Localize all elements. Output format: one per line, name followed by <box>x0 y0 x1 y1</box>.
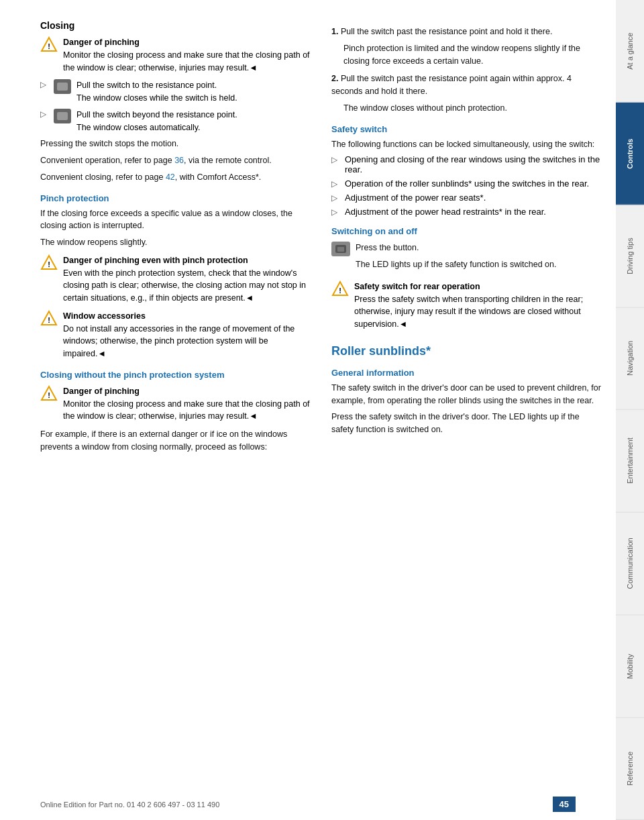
danger-icon-3: ! <box>40 310 58 327</box>
warning-title-3: Window accessories <box>63 311 146 321</box>
switch-inner-1 <box>57 83 68 91</box>
safety-bullet-3: ▷ Adjustment of the power rear seats*. <box>331 193 602 203</box>
svg-text:!: ! <box>339 287 341 295</box>
link-42[interactable]: 42 <box>166 172 175 182</box>
sidebar-item-at-a-glance[interactable]: At a glance <box>616 0 644 103</box>
step-1-sub: Pinch protection is limited and the wind… <box>331 42 602 68</box>
svg-text:!: ! <box>48 316 50 324</box>
safety-b1: Opening and closing of the rear windows … <box>345 154 602 174</box>
svg-text:!: ! <box>48 391 50 399</box>
bullet-arrow-s4: ▷ <box>331 207 339 217</box>
button-led <box>337 247 344 252</box>
link-36[interactable]: 36 <box>174 156 184 165</box>
switching-text: Press the button. The LED lights up if t… <box>356 242 556 275</box>
page-footer: Online Edition for Part no. 01 40 2 606 … <box>0 797 616 812</box>
closing-title: Closing <box>40 20 311 31</box>
step-2-num: 2. <box>331 74 338 83</box>
bullet-arrow-1: ▷ <box>40 80 48 89</box>
svg-text:!: ! <box>48 260 50 268</box>
sidebar-item-controls[interactable]: Controls <box>616 103 644 205</box>
sidebar-item-reference[interactable]: Reference <box>616 717 644 820</box>
sidebar-item-mobility[interactable]: Mobility <box>616 615 644 718</box>
warning-title-4: Danger of pinching <box>63 387 140 396</box>
bullet-content-1: Pull the switch to the resistance point.… <box>76 79 237 105</box>
safety-b3: Adjustment of the power rear seats*. <box>345 193 486 203</box>
convenient-2: Convenient closing, refer to page 42, wi… <box>40 171 311 184</box>
sidebar-item-communication[interactable]: Communication <box>616 513 644 615</box>
general-p2: Press the safety switch in the driver's … <box>331 411 602 436</box>
button-inner <box>335 245 346 253</box>
bullet-arrow-s1: ▷ <box>331 155 339 164</box>
safety-bullet-2: ▷ Operation of the roller sunblinds* usi… <box>331 178 602 189</box>
footer-text: Online Edition for Part no. 01 40 2 606 … <box>40 801 219 809</box>
convenient-1: Convenient operation, refer to page 36, … <box>40 154 311 167</box>
warning-body-1: Monitor the closing process and make sur… <box>63 50 310 72</box>
main-content: Closing ! Danger of pinching Monitor the… <box>0 0 616 820</box>
warning-body-4: Monitor the closing process and make sur… <box>63 399 310 421</box>
warning-box-2: ! Danger of pinching even with pinch pro… <box>40 254 311 305</box>
safety-p1: The following functions can be locked si… <box>331 138 602 151</box>
switching-p2: The LED lights up if the safety function… <box>356 258 556 271</box>
switching-p1: Press the button. <box>356 242 556 254</box>
warning-body-2: Even with the pinch protection system, c… <box>63 268 306 303</box>
danger-icon-1: ! <box>40 36 58 54</box>
warning-title-5: Safety switch for rear operation <box>354 282 480 291</box>
switch-icon-2 <box>54 109 71 123</box>
step-2-text: 2. Pull the switch past the resistance p… <box>331 72 602 98</box>
danger-icon-4: ! <box>40 385 58 403</box>
bullet-arrow-s3: ▷ <box>331 193 339 203</box>
sidebar: At a glance Controls Driving tips Naviga… <box>616 0 644 820</box>
bullet-content-2: Pull the switch beyond the resistance po… <box>76 109 237 134</box>
warning-text-1: Danger of pinching Monitor the closing p… <box>63 36 311 74</box>
warning-text-4: Danger of pinching Monitor the closing p… <box>63 385 311 423</box>
safety-b2: Operation of the roller sunblinds* using… <box>345 178 589 189</box>
page-container: Closing ! Danger of pinching Monitor the… <box>0 0 644 820</box>
step-1-num: 1. <box>331 27 338 36</box>
roller-title: Roller sunblinds* <box>331 344 602 358</box>
closing-sub-title: Closing without the pinch protection sys… <box>40 370 311 380</box>
bullet-arrow-2: ▷ <box>40 109 48 119</box>
warning-body-5: Press the safety switch when transportin… <box>354 295 583 329</box>
general-p1: The safety switch in the driver's door c… <box>331 382 602 407</box>
danger-icon-2: ! <box>40 254 58 272</box>
warning-title-1: Danger of pinching <box>63 38 140 47</box>
warning-box-1: ! Danger of pinching Monitor the closing… <box>40 36 311 74</box>
pinch-p1: If the closing force exceeds a specific … <box>40 207 311 233</box>
step-2: 2. Pull the switch past the resistance p… <box>331 72 602 114</box>
button-switch-icon <box>331 242 350 256</box>
right-column: 1. Pull the switch past the resistance p… <box>325 20 602 800</box>
page-number: 45 <box>553 797 576 812</box>
step-1: 1. Pull the switch past the resistance p… <box>331 25 602 67</box>
warning-text-2: Danger of pinching even with pinch prote… <box>63 254 311 305</box>
safety-bullet-4: ▷ Adjustment of the power head restraint… <box>331 207 602 217</box>
danger-icon-5: ! <box>331 280 349 298</box>
step-2-sub: The window closes without pinch protecti… <box>331 102 602 115</box>
switch-icon-1 <box>54 79 71 94</box>
bullet-text-2: Pull the switch beyond the resistance po… <box>76 110 237 119</box>
general-title: General information <box>331 368 602 378</box>
step-1-text: 1. Pull the switch past the resistance p… <box>331 25 602 38</box>
warning-body-3: Do not install any accessories in the ra… <box>63 324 294 359</box>
warning-text-5: Safety switch for rear operation Press t… <box>354 280 602 331</box>
bullet-arrow-s2: ▷ <box>331 179 339 189</box>
for-example: For example, if there is an external dan… <box>40 428 311 454</box>
sidebar-item-navigation[interactable]: Navigation <box>616 307 644 410</box>
bullet-item-1: ▷ Pull the switch to the resistance poin… <box>40 79 311 105</box>
warning-box-3: ! Window accessories Do not install any … <box>40 310 311 360</box>
safety-b4: Adjustment of the power head restraints*… <box>345 207 546 217</box>
bullet-item-2: ▷ Pull the switch beyond the resistance … <box>40 109 311 134</box>
left-column: Closing ! Danger of pinching Monitor the… <box>40 20 311 800</box>
safety-title: Safety switch <box>331 124 602 134</box>
pinch-title: Pinch protection <box>40 193 311 203</box>
press-stop: Pressing the switch stops the motion. <box>40 138 311 150</box>
sidebar-item-driving-tips[interactable]: Driving tips <box>616 205 644 308</box>
switch-inner-2 <box>57 112 68 120</box>
switching-box: Press the button. The LED lights up if t… <box>331 242 602 275</box>
safety-bullet-1: ▷ Opening and closing of the rear window… <box>331 154 602 174</box>
pinch-p2: The window reopens slightly. <box>40 236 311 249</box>
warning-title-2: Danger of pinching even with pinch prote… <box>63 256 248 265</box>
warning-box-4: ! Danger of pinching Monitor the closing… <box>40 385 311 423</box>
svg-text:!: ! <box>48 42 50 50</box>
sidebar-item-entertainment[interactable]: Entertainment <box>616 410 644 513</box>
warning-box-5: ! Safety switch for rear operation Press… <box>331 280 602 331</box>
